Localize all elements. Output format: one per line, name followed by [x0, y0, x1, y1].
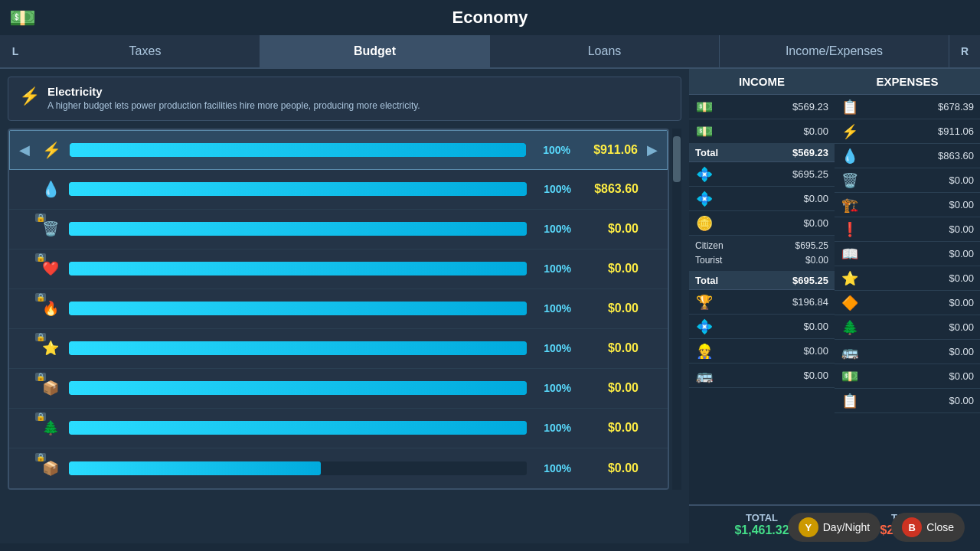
income-icon-6: 💠	[695, 318, 714, 335]
budget-row-fire[interactable]: ◀ 🔒🔥 100% $0.00 ▶	[9, 289, 668, 329]
app-logo: 💵	[9, 5, 36, 31]
scroll-thumb[interactable]	[673, 136, 681, 182]
electricity-bar-fill	[70, 143, 526, 157]
income-subtotal-1: Total $569.23	[689, 144, 835, 162]
budget-row-misc[interactable]: ◀ 🔒📦 100% $0.00 ▶	[9, 448, 668, 488]
expenses-column: EXPENSES 📋 $678.39 ⚡ $911.06 💧 $863.60 🗑…	[835, 69, 980, 543]
budget-row-tree[interactable]: ◀ 🔒🌲 100% $0.00 ▶	[9, 409, 668, 448]
expenses-row-5: ❗ $0.00	[835, 217, 980, 242]
income-icon-8: 🚌	[695, 367, 714, 384]
row-prev-electricity[interactable]: ◀	[16, 142, 33, 158]
expenses-icon-7: ⭐	[841, 270, 859, 287]
income-row-5: 🏆 $196.84	[689, 290, 835, 315]
tree-amount: $0.00	[577, 421, 639, 435]
expenses-row-3: 🗑️ $0.00	[835, 168, 980, 193]
expenses-icon-11: 💵	[841, 368, 859, 385]
expenses-value-11: $0.00	[862, 370, 974, 382]
tree-pct: 100%	[533, 422, 571, 434]
building-pct: 100%	[533, 382, 571, 394]
electricity-pct: 100%	[532, 144, 570, 156]
star-bar-fill	[69, 341, 527, 355]
health-bar-fill	[69, 262, 527, 276]
star-bar-container[interactable]	[69, 341, 527, 355]
income-header: INCOME	[689, 69, 835, 95]
budget-row-trash[interactable]: ◀ 🔒🗑️ 100% $0.00 ▶	[9, 210, 668, 249]
expenses-value-1: $911.06	[862, 126, 974, 137]
income-icon-3: 💠	[695, 191, 714, 207]
expenses-icon-9: 🌲	[841, 319, 859, 336]
health-bar-container[interactable]	[69, 262, 527, 276]
budget-row-water[interactable]: ◀ 💧 100% $863.60 ▶	[9, 170, 668, 210]
building-bar-container[interactable]	[69, 381, 527, 395]
misc-pct: 100%	[533, 462, 571, 474]
tourist-value: $0.00	[805, 253, 828, 268]
expenses-icon-1: ⚡	[841, 123, 859, 140]
income-icon-1: 💵	[695, 123, 714, 140]
income-row-6: 💠 $0.00	[689, 315, 835, 339]
row-next-electricity[interactable]: ▶	[644, 142, 661, 158]
tab-loans[interactable]: Loans	[490, 35, 720, 67]
income-subtotal-label-2: Total	[695, 275, 718, 286]
info-box: ⚡ Electricity A higher budget lets power…	[8, 77, 681, 121]
tab-income-expenses[interactable]: Income/Expenses	[720, 35, 949, 67]
electricity-amount: $911.06	[577, 143, 638, 157]
income-value-3: $0.00	[717, 193, 828, 204]
footer: Y Day/Night B Close	[788, 513, 965, 542]
citizen-value: $695.25	[795, 239, 828, 253]
close-key: B	[902, 517, 922, 537]
tab-nav-right[interactable]: R	[949, 35, 980, 67]
income-value-8: $0.00	[717, 370, 828, 381]
income-value-2: $695.25	[717, 168, 828, 180]
tab-nav-left[interactable]: L	[0, 35, 31, 67]
water-row-icon: 💧	[38, 177, 63, 201]
electricity-row-icon: ⚡	[39, 138, 64, 162]
expenses-row-11: 💵 $0.00	[835, 364, 980, 389]
close-button[interactable]: B Close	[891, 513, 965, 542]
scrollbar[interactable]	[672, 129, 681, 490]
info-title: Electricity	[47, 85, 420, 98]
income-icon-0: 💵	[695, 99, 714, 116]
expenses-header: EXPENSES	[835, 69, 980, 95]
trash-bar-container[interactable]	[69, 222, 527, 236]
tree-row-icon: 🔒🌲	[38, 416, 63, 440]
income-subtotal-value-2: $695.25	[792, 275, 828, 286]
income-row-0: 💵 $569.23	[689, 95, 835, 119]
fire-bar-container[interactable]	[69, 302, 527, 315]
trash-pct: 100%	[533, 223, 571, 235]
budget-row-health[interactable]: ◀ 🔒❤️ 100% $0.00 ▶	[9, 249, 668, 289]
expenses-value-6: $0.00	[862, 248, 974, 259]
expenses-value-7: $0.00	[862, 272, 974, 284]
water-bar-container[interactable]	[69, 182, 527, 196]
budget-row-star[interactable]: ◀ 🔒⭐ 100% $0.00 ▶	[9, 329, 668, 369]
health-row-icon: 🔒❤️	[38, 256, 63, 281]
income-icon-5: 🏆	[695, 294, 714, 311]
expenses-value-4: $0.00	[862, 199, 974, 210]
misc-bar-container[interactable]	[69, 461, 527, 475]
tourist-label: Tourist	[695, 253, 722, 268]
water-amount: $863.60	[577, 182, 639, 196]
electricity-bar-container[interactable]	[70, 143, 526, 157]
income-row-1: 💵 $0.00	[689, 119, 835, 144]
expenses-icon-6: 📖	[841, 246, 859, 262]
income-icon-7: 👷	[695, 343, 714, 360]
misc-row-icon: 🔒📦	[38, 456, 63, 481]
electricity-icon: ⚡	[19, 86, 40, 106]
expenses-icon-8: 🔶	[841, 295, 859, 311]
expenses-icon-12: 📋	[841, 393, 859, 409]
expenses-row-4: 🏗️ $0.00	[835, 193, 980, 217]
income-subtotal-value-1: $569.23	[792, 147, 828, 158]
page-title: Economy	[452, 8, 528, 28]
water-pct: 100%	[533, 183, 571, 195]
income-row-8: 🚌 $0.00	[689, 364, 835, 388]
tab-budget[interactable]: Budget	[260, 35, 490, 67]
budget-row-electricity[interactable]: ◀ ⚡ 100% $911.06 ▶	[9, 130, 668, 170]
tab-taxes[interactable]: Taxes	[31, 35, 260, 67]
fire-row-icon: 🔒🔥	[38, 296, 63, 321]
building-bar-fill	[69, 381, 527, 395]
fire-pct: 100%	[533, 302, 571, 315]
budget-row-building[interactable]: ◀ 🔒📦 100% $0.00 ▶	[9, 369, 668, 409]
trash-amount: $0.00	[577, 222, 639, 236]
day-night-button[interactable]: Y Day/Night	[788, 513, 880, 542]
tree-bar-container[interactable]	[69, 421, 527, 435]
expenses-rows: 📋 $678.39 ⚡ $911.06 💧 $863.60 🗑️ $0.00 🏗…	[835, 95, 980, 504]
